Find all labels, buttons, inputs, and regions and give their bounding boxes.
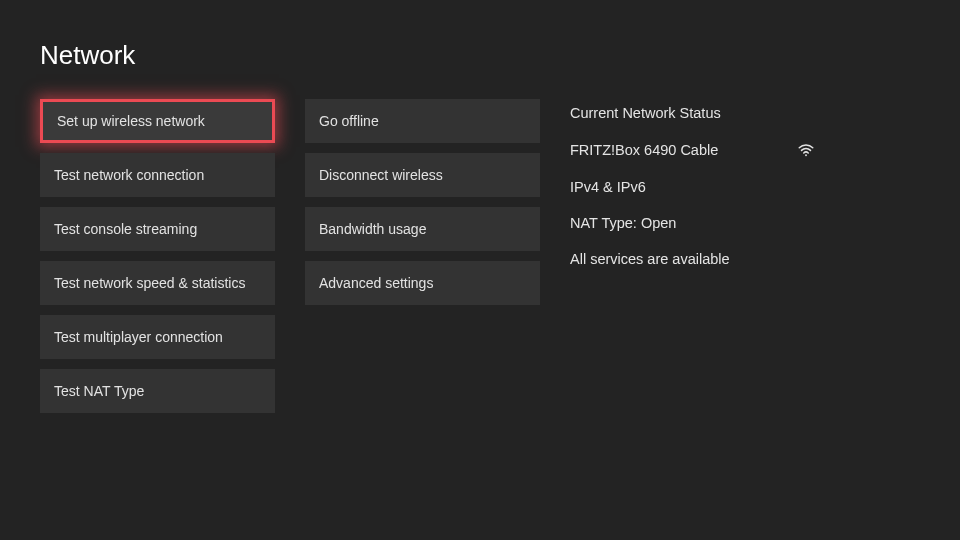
menu-item-label: Advanced settings xyxy=(319,275,433,291)
status-nat: NAT Type: Open xyxy=(570,215,920,231)
menu-advanced-settings[interactable]: Advanced settings xyxy=(305,261,540,305)
menu-go-offline[interactable]: Go offline xyxy=(305,99,540,143)
menu-test-speed-statistics[interactable]: Test network speed & statistics xyxy=(40,261,275,305)
menu-column-left: Set up wireless network Test network con… xyxy=(40,99,275,413)
menu-bandwidth-usage[interactable]: Bandwidth usage xyxy=(305,207,540,251)
menu-item-label: Test NAT Type xyxy=(54,383,144,399)
menu-item-label: Go offline xyxy=(319,113,379,129)
menu-item-label: Test console streaming xyxy=(54,221,197,237)
svg-point-0 xyxy=(805,154,807,156)
status-services: All services are available xyxy=(570,251,920,267)
menu-item-label: Test multiplayer connection xyxy=(54,329,223,345)
status-ssid-line: FRITZ!Box 6490 Cable xyxy=(570,141,815,159)
menu-item-label: Test network speed & statistics xyxy=(54,275,245,291)
wifi-icon xyxy=(797,141,815,159)
menu-disconnect-wireless[interactable]: Disconnect wireless xyxy=(305,153,540,197)
menu-item-label: Disconnect wireless xyxy=(319,167,443,183)
menu-test-console-streaming[interactable]: Test console streaming xyxy=(40,207,275,251)
menu-column-right: Go offline Disconnect wireless Bandwidth… xyxy=(305,99,540,413)
status-ssid: FRITZ!Box 6490 Cable xyxy=(570,142,718,158)
menu-test-multiplayer[interactable]: Test multiplayer connection xyxy=(40,315,275,359)
menu-test-network-connection[interactable]: Test network connection xyxy=(40,153,275,197)
status-ip: IPv4 & IPv6 xyxy=(570,179,920,195)
menu-item-label: Set up wireless network xyxy=(57,113,205,129)
menu-set-up-wireless[interactable]: Set up wireless network xyxy=(40,99,275,143)
content-columns: Set up wireless network Test network con… xyxy=(40,99,920,413)
menu-test-nat-type[interactable]: Test NAT Type xyxy=(40,369,275,413)
page-title: Network xyxy=(40,40,920,71)
menu-item-label: Bandwidth usage xyxy=(319,221,426,237)
menu-item-label: Test network connection xyxy=(54,167,204,183)
status-column: Current Network Status FRITZ!Box 6490 Ca… xyxy=(570,99,920,413)
status-heading: Current Network Status xyxy=(570,105,920,121)
